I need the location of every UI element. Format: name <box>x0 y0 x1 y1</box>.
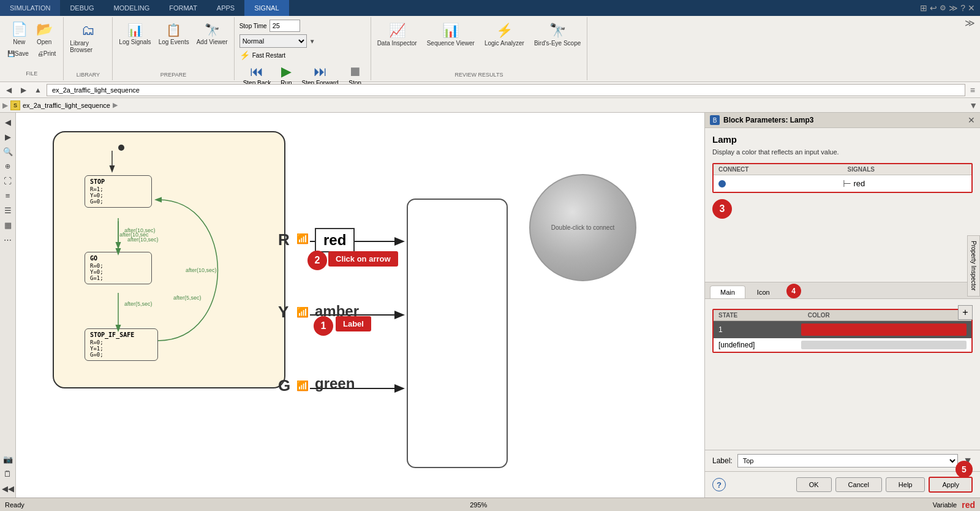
window-close-icon[interactable]: ✕ <box>968 3 975 13</box>
help-circle-button[interactable]: ? <box>712 478 726 491</box>
nav-forward-button[interactable]: ▶ <box>17 84 29 96</box>
svg-marker-6 <box>394 237 405 246</box>
label-field-label: Label: <box>712 456 733 465</box>
log-signals-button[interactable]: 📊 Log Signals <box>115 21 154 47</box>
log-events-icon: 📋 <box>166 23 181 37</box>
model-property-icon[interactable]: ▼ <box>969 100 978 110</box>
tab-main[interactable]: Main <box>710 286 745 298</box>
connect-radio[interactable] <box>718 180 843 187</box>
menu-tab-apps[interactable]: APPS <box>207 0 244 16</box>
status-bar: Ready 295% Variable red <box>0 498 980 511</box>
add-viewer-button[interactable]: 🔭 Add Viewer <box>193 21 232 47</box>
nav-up-button[interactable]: ▲ <box>32 84 44 96</box>
log-events-button[interactable]: 📋 Log Events <box>155 21 193 47</box>
sidebar-grid-btn[interactable]: ▦ <box>1 218 15 232</box>
signal-r-label: R <box>278 230 290 249</box>
sidebar-more-btn[interactable]: ⋯ <box>1 233 15 246</box>
sidebar-forward-btn[interactable]: ▶ <box>1 130 15 143</box>
library-browser-button[interactable]: 🗂 Library Browser <box>66 21 110 55</box>
state-color-section: STATE COLOR 1 [undefined] + <box>705 299 980 450</box>
window-expand-icon[interactable]: ≫ <box>949 3 958 13</box>
lamp-block[interactable] <box>407 199 508 468</box>
property-inspector-tab[interactable]: Property Inspector <box>967 235 980 297</box>
add-viewer-icon: 🔭 <box>205 23 220 37</box>
sidebar-bottom-btn1[interactable]: 📷 <box>1 452 15 466</box>
state-table-header: STATE COLOR <box>714 310 971 321</box>
sidebar-layers-btn[interactable]: ☰ <box>1 203 15 217</box>
radio-button[interactable] <box>718 180 726 187</box>
label-row: Label: Top ▼ <box>705 450 980 471</box>
red-signal-box[interactable]: red <box>315 228 355 252</box>
cancel-button[interactable]: Cancel <box>835 477 882 492</box>
new-icon: 📄 <box>11 21 28 37</box>
window-settings-icon[interactable]: ⚙ <box>940 4 946 12</box>
sequence-viewer-icon: 📊 <box>442 23 459 39</box>
menu-tab-debug[interactable]: DEBUG <box>60 0 104 16</box>
label-dropdown[interactable]: Top <box>737 454 958 467</box>
sidebar-fit-btn[interactable]: ⛶ <box>1 174 15 187</box>
menu-tab-signal[interactable]: SIGNAL <box>244 0 288 16</box>
window-undo-icon[interactable]: ↩ <box>930 3 937 13</box>
logic-analyzer-button[interactable]: ⚡ Logic Analyzer <box>481 21 528 48</box>
stateflow-diagram: STOP R=1; Y=0; G=0; after(10,sec) after(… <box>53 131 285 388</box>
svg-marker-10 <box>394 384 405 393</box>
sidebar-bottom-btn2[interactable]: 🗒 <box>1 467 15 480</box>
model-icon: S <box>10 100 20 110</box>
fast-restart-label: Fast Restart <box>252 52 285 59</box>
trans-go-stop-label: after(5,sec) <box>173 295 202 301</box>
print-icon: 🖨 <box>37 50 43 57</box>
sidebar-align-btn[interactable]: ≡ <box>1 189 15 202</box>
trans-label-1: after(10,sec) <box>124 227 156 233</box>
birds-eye-button[interactable]: 🔭 Bird's-Eye Scope <box>530 21 584 48</box>
menu-tab-format[interactable]: FORMAT <box>159 0 207 16</box>
signal-value-cell: ⊢ red <box>843 178 967 189</box>
sidebar-back-btn[interactable]: ◀ <box>1 115 15 129</box>
menu-tab-modeling[interactable]: MODELING <box>104 0 160 16</box>
wifi-y-icon: 📶 <box>296 306 309 318</box>
circle-lamp[interactable]: Double-click to connect <box>529 174 636 281</box>
stop-time-input[interactable] <box>270 20 300 32</box>
state-row-undefined[interactable]: [undefined] <box>714 338 971 352</box>
help-button[interactable]: Help <box>886 477 925 492</box>
address-bar: ◀ ▶ ▲ ex_2a_traffic_light_sequence ≡ <box>0 82 980 98</box>
green-label: green <box>315 375 355 392</box>
data-inspector-button[interactable]: 📈 Data Inspector <box>374 21 421 48</box>
model-path: ex_2a_traffic_light_sequence <box>23 102 110 109</box>
model-expand-icon[interactable]: ▶ <box>2 101 8 110</box>
open-button[interactable]: 📂 Open <box>32 20 56 47</box>
signals-col-label: SIGNALS <box>843 164 972 175</box>
sidebar-collapse-icon[interactable]: ≡ <box>968 85 978 95</box>
add-state-button[interactable]: + <box>958 305 973 320</box>
signal-value-text: red <box>854 179 865 188</box>
sf-state-stop[interactable]: STOP R=1; Y=0; G=0; <box>85 175 152 208</box>
simulation-mode-select[interactable]: Normal <box>239 34 307 48</box>
nav-back-button[interactable]: ◀ <box>2 84 15 96</box>
label-button[interactable]: Label <box>336 316 371 331</box>
panel-close-button[interactable]: ✕ <box>968 115 975 125</box>
window-restore-icon[interactable]: ⊞ <box>920 3 927 13</box>
address-path[interactable]: ex_2a_traffic_light_sequence <box>47 84 965 96</box>
toolbar-expand-icon[interactable]: ≫ <box>965 17 980 29</box>
tab-icon[interactable]: Icon <box>747 286 780 298</box>
sidebar-collapse-btn[interactable]: ◀◀ <box>1 482 15 495</box>
print-button[interactable]: 🖨 Print <box>34 48 60 59</box>
menu-tab-simulation[interactable]: SIMULATION <box>0 0 60 16</box>
ok-button[interactable]: OK <box>796 477 832 492</box>
new-button[interactable]: 📄 New <box>7 20 31 47</box>
sequence-viewer-button[interactable]: 📊 Sequence Viewer <box>423 21 478 48</box>
apply-button[interactable]: Apply <box>929 477 973 493</box>
save-button[interactable]: 💾 Save <box>4 48 32 59</box>
signal-g-label: G <box>278 376 290 395</box>
step5-circle: 5 <box>956 461 973 478</box>
state-row-1[interactable]: 1 <box>714 321 971 338</box>
sidebar-zoom-in-btn[interactable]: 🔍 <box>1 145 15 158</box>
click-arrow-button[interactable]: Click on arrow <box>328 251 398 267</box>
block-name: Lamp <box>712 134 973 145</box>
toolbar-review-group: 📈 Data Inspector 📊 Sequence Viewer ⚡ Log… <box>371 17 588 80</box>
toolbar-prepare-group: 📊 Log Signals 📋 Log Events 🔭 Add Viewer … <box>113 17 234 80</box>
toolbar-library-group: 🗂 Library Browser LIBRARY <box>64 17 113 80</box>
sf-state-stop-if-safe[interactable]: STOP_IF_SAFE R=0; Y=1; G=0; <box>85 328 158 361</box>
sf-state-go[interactable]: GO R=0; Y=0; G=1; <box>85 252 152 284</box>
sidebar-zoom-btn2[interactable]: ⊕ <box>1 159 15 173</box>
window-help-icon[interactable]: ? <box>960 3 965 13</box>
